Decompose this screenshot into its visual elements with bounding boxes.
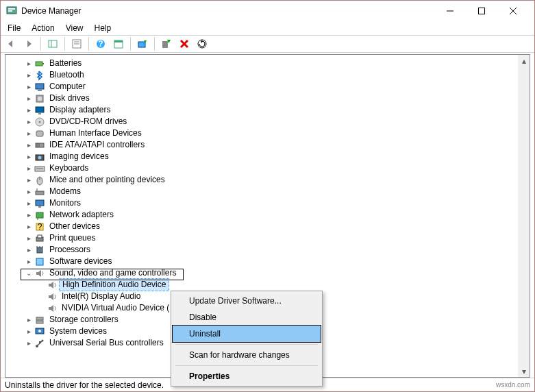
properties-button[interactable] — [69, 36, 84, 51]
show-hide-console-button[interactable] — [45, 36, 60, 51]
tree-item[interactable]: ▸Network adapters — [8, 209, 518, 221]
tree-item-sound[interactable]: ⌄Sound, video and game controllers — [8, 267, 518, 279]
svg-point-57 — [38, 330, 41, 332]
ctx-separator-2 — [175, 365, 318, 366]
expand-arrow-icon[interactable]: ▸ — [23, 326, 34, 337]
hid-icon — [34, 128, 45, 139]
tree-item-label: Sound, video and game controllers — [48, 267, 177, 279]
ctx-uninstall[interactable]: Uninstall — [172, 325, 321, 343]
expand-arrow-icon[interactable]: ▸ — [23, 314, 34, 326]
monitor-icon — [34, 198, 45, 209]
menu-view[interactable]: View — [66, 23, 84, 33]
tree-item[interactable]: ▸Human Interface Devices — [8, 127, 518, 139]
network-icon — [34, 210, 45, 221]
tree-item[interactable]: ▸Software devices — [8, 256, 518, 267]
update-driver-icon[interactable] — [135, 36, 150, 51]
scroll-down-arrow[interactable]: ▾ — [518, 365, 530, 377]
battery-icon — [34, 58, 45, 69]
enable-icon[interactable] — [159, 36, 174, 51]
ctx-scan-hardware[interactable]: Scan for hardware changes — [173, 347, 321, 363]
scroll-up-arrow[interactable]: ▴ — [518, 55, 530, 66]
ide-icon — [34, 140, 45, 151]
ctx-update-driver[interactable]: Update Driver Software... — [173, 293, 321, 309]
modem-icon — [34, 186, 45, 197]
tree-item[interactable]: ▸Keyboards — [8, 162, 518, 174]
svg-rect-19 — [36, 62, 42, 66]
expand-arrow-icon[interactable]: ▸ — [23, 127, 34, 139]
expand-arrow-icon[interactable]: ⌄ — [23, 267, 34, 279]
expand-arrow-icon[interactable]: ▸ — [23, 209, 34, 221]
back-button[interactable] — [3, 36, 18, 51]
tree-item[interactable]: ▸Batteries — [8, 58, 518, 69]
tree-item-label: Human Interface Devices — [48, 127, 143, 139]
expand-arrow-icon[interactable]: ▸ — [23, 221, 34, 232]
tree-child-sound-0[interactable]: High Definition Audio Device — [8, 279, 518, 291]
svg-rect-53 — [36, 258, 43, 265]
tree-item[interactable]: ▸Bluetooth — [8, 69, 518, 81]
close-button[interactable] — [497, 1, 529, 21]
tree-item-label: Imaging devices — [48, 151, 110, 162]
expand-arrow-icon[interactable]: ▸ — [23, 162, 34, 174]
expand-arrow-icon[interactable]: ▸ — [23, 151, 34, 162]
vertical-scrollbar[interactable]: ▴ ▾ — [518, 55, 530, 377]
svg-point-34 — [38, 156, 42, 159]
svg-rect-39 — [36, 191, 44, 195]
keyboard-icon — [34, 163, 45, 174]
svg-rect-55 — [36, 321, 43, 323]
mouse-icon — [34, 175, 45, 186]
tree-item-label: Bluetooth — [48, 69, 86, 81]
expand-arrow-icon[interactable]: ▸ — [23, 197, 34, 209]
expand-arrow-icon[interactable]: ▸ — [23, 256, 34, 267]
scan-hardware-icon[interactable] — [195, 36, 210, 51]
tree-item[interactable]: ▸DVD/CD-ROM drives — [8, 116, 518, 127]
tree-item-label: Mice and other pointing devices — [48, 174, 166, 186]
expand-arrow-icon[interactable]: ▸ — [23, 58, 34, 69]
ctx-disable[interactable]: Disable — [173, 309, 321, 326]
tree-item-label: Intel(R) Display Audio — [60, 291, 142, 302]
tree-item-label: Print queues — [48, 232, 97, 244]
forward-button[interactable] — [21, 36, 36, 51]
tree-item[interactable]: ▸Imaging devices — [8, 151, 518, 162]
tree-item[interactable]: ▸Modems — [8, 186, 518, 197]
tree-item[interactable]: ▸Mice and other pointing devices — [8, 174, 518, 186]
expand-arrow-icon[interactable]: ▸ — [23, 104, 34, 116]
tree-item[interactable]: ▸Computer — [8, 81, 518, 93]
titlebar: Device Manager — [1, 1, 534, 21]
menu-action[interactable]: Action — [32, 23, 54, 33]
help-button[interactable]: ? — [93, 36, 108, 51]
expand-arrow-icon[interactable]: ▸ — [23, 116, 34, 127]
tree-item[interactable]: ▸Disk drives — [8, 93, 518, 104]
minimize-button[interactable] — [434, 1, 466, 21]
svg-rect-61 — [39, 341, 41, 343]
ctx-separator-1 — [175, 344, 318, 345]
expand-arrow-icon[interactable]: ▸ — [23, 81, 34, 93]
expand-arrow-icon[interactable]: ▸ — [23, 93, 34, 104]
sound-icon — [47, 303, 58, 314]
expand-arrow-icon[interactable]: ▸ — [23, 174, 34, 186]
uninstall-icon[interactable] — [177, 36, 192, 51]
expand-arrow-icon[interactable]: ▸ — [23, 337, 34, 349]
scroll-track[interactable] — [518, 66, 530, 365]
system-icon — [34, 326, 45, 337]
maximize-button[interactable] — [466, 1, 497, 21]
svg-rect-49 — [37, 247, 42, 253]
expand-arrow-icon[interactable]: ▸ — [23, 186, 34, 197]
menu-file[interactable]: File — [8, 23, 21, 33]
printer-icon — [34, 233, 45, 244]
status-text: Uninstalls the driver for the selected d… — [5, 380, 164, 390]
tree-item[interactable]: ▸Print queues — [8, 232, 518, 244]
expand-arrow-icon[interactable]: ▸ — [23, 139, 34, 151]
menu-help[interactable]: Help — [95, 23, 112, 33]
tree-item[interactable]: ▸?Other devices — [8, 221, 518, 232]
svg-point-24 — [38, 97, 42, 101]
calendar-icon[interactable] — [111, 36, 126, 51]
tree-item[interactable]: ▸Display adapters — [8, 104, 518, 116]
expand-arrow-icon[interactable]: ▸ — [23, 69, 34, 81]
tree-item[interactable]: ▸IDE ATA/ATAPI controllers — [8, 139, 518, 151]
tree-item[interactable]: ▸Monitors — [8, 197, 518, 209]
expand-arrow-icon[interactable]: ▸ — [23, 244, 34, 256]
expand-arrow-icon[interactable]: ▸ — [23, 232, 34, 244]
tree-item-label: DVD/CD-ROM drives — [48, 116, 128, 127]
tree-item[interactable]: ▸Processors — [8, 244, 518, 256]
ctx-properties[interactable]: Properties — [173, 368, 321, 384]
